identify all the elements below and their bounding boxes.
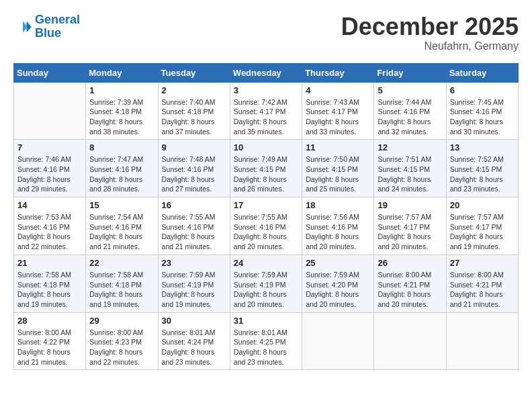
day-info: Sunrise: 7:40 AMSunset: 4:18 PMDaylight:… — [162, 97, 226, 137]
day-info: Sunrise: 7:46 AMSunset: 4:16 PMDaylight:… — [17, 154, 82, 194]
day-number: 2 — [162, 85, 226, 95]
calendar-cell — [302, 312, 374, 370]
day-number: 17 — [234, 200, 298, 210]
day-number: 1 — [89, 85, 154, 95]
weekday-header-thursday: Thursday — [302, 63, 374, 82]
day-info: Sunrise: 7:47 AMSunset: 4:16 PMDaylight:… — [89, 154, 154, 194]
day-number: 19 — [378, 200, 442, 210]
calendar-cell: 30Sunrise: 8:01 AMSunset: 4:24 PMDayligh… — [158, 312, 230, 370]
day-info: Sunrise: 8:00 AMSunset: 4:23 PMDaylight:… — [89, 328, 154, 367]
weekday-header-monday: Monday — [86, 63, 158, 82]
calendar-cell: 15Sunrise: 7:54 AMSunset: 4:16 PMDayligh… — [86, 197, 158, 255]
calendar-cell: 6Sunrise: 7:45 AMSunset: 4:16 PMDaylight… — [446, 82, 518, 140]
day-info: Sunrise: 8:01 AMSunset: 4:25 PMDaylight:… — [234, 328, 298, 367]
location: Neufahrn, Germany — [341, 40, 519, 52]
calendar-cell: 4Sunrise: 7:43 AMSunset: 4:17 PMDaylight… — [302, 82, 374, 140]
calendar-cell: 1Sunrise: 7:39 AMSunset: 4:18 PMDaylight… — [86, 82, 158, 140]
day-number: 7 — [17, 142, 82, 152]
weekday-header-wednesday: Wednesday — [230, 63, 302, 82]
day-info: Sunrise: 7:43 AMSunset: 4:17 PMDaylight:… — [306, 97, 370, 137]
day-number: 13 — [450, 142, 515, 152]
day-number: 8 — [89, 142, 154, 152]
day-number: 12 — [378, 142, 442, 152]
calendar-cell: 24Sunrise: 7:59 AMSunset: 4:19 PMDayligh… — [230, 255, 302, 312]
logo-text: General Blue — [35, 13, 80, 40]
calendar-cell: 19Sunrise: 7:57 AMSunset: 4:17 PMDayligh… — [374, 197, 446, 255]
calendar-cell: 3Sunrise: 7:42 AMSunset: 4:17 PMDaylight… — [230, 82, 302, 140]
calendar-cell: 10Sunrise: 7:49 AMSunset: 4:15 PMDayligh… — [230, 140, 302, 197]
logo-icon — [13, 17, 32, 36]
day-info: Sunrise: 7:49 AMSunset: 4:15 PMDaylight:… — [234, 154, 298, 194]
day-info: Sunrise: 7:54 AMSunset: 4:16 PMDaylight:… — [89, 212, 154, 252]
calendar-cell: 31Sunrise: 8:01 AMSunset: 4:25 PMDayligh… — [230, 312, 302, 370]
calendar-cell: 5Sunrise: 7:44 AMSunset: 4:16 PMDaylight… — [374, 82, 446, 140]
day-number: 3 — [234, 85, 298, 95]
calendar-cell: 18Sunrise: 7:56 AMSunset: 4:16 PMDayligh… — [302, 197, 374, 255]
day-number: 29 — [89, 316, 154, 326]
day-info: Sunrise: 7:48 AMSunset: 4:16 PMDaylight:… — [162, 154, 226, 194]
weekday-header-row: SundayMondayTuesdayWednesdayThursdayFrid… — [14, 63, 519, 82]
day-info: Sunrise: 7:55 AMSunset: 4:16 PMDaylight:… — [162, 212, 226, 252]
week-row-3: 14Sunrise: 7:53 AMSunset: 4:16 PMDayligh… — [14, 197, 519, 255]
day-info: Sunrise: 7:59 AMSunset: 4:19 PMDaylight:… — [162, 270, 226, 310]
day-info: Sunrise: 7:42 AMSunset: 4:17 PMDaylight:… — [234, 97, 298, 137]
calendar-cell: 20Sunrise: 7:57 AMSunset: 4:17 PMDayligh… — [446, 197, 518, 255]
day-number: 14 — [17, 200, 82, 210]
calendar-cell: 7Sunrise: 7:46 AMSunset: 4:16 PMDaylight… — [14, 140, 86, 197]
calendar-cell: 29Sunrise: 8:00 AMSunset: 4:23 PMDayligh… — [86, 312, 158, 370]
title-area: December 2025 Neufahrn, Germany — [341, 13, 519, 52]
day-number: 24 — [234, 258, 298, 268]
day-info: Sunrise: 7:39 AMSunset: 4:18 PMDaylight:… — [89, 97, 154, 137]
calendar-cell — [14, 82, 86, 140]
day-info: Sunrise: 7:57 AMSunset: 4:17 PMDaylight:… — [378, 212, 442, 252]
weekday-header-saturday: Saturday — [446, 63, 518, 82]
day-info: Sunrise: 7:58 AMSunset: 4:18 PMDaylight:… — [89, 270, 154, 310]
day-number: 28 — [17, 316, 82, 326]
day-info: Sunrise: 8:00 AMSunset: 4:22 PMDaylight:… — [17, 328, 82, 367]
day-number: 4 — [306, 85, 370, 95]
week-row-2: 7Sunrise: 7:46 AMSunset: 4:16 PMDaylight… — [14, 140, 519, 197]
day-number: 10 — [234, 142, 298, 152]
header: General Blue December 2025 Neufahrn, Ger… — [13, 13, 519, 52]
day-info: Sunrise: 7:44 AMSunset: 4:16 PMDaylight:… — [378, 97, 442, 137]
day-info: Sunrise: 7:59 AMSunset: 4:19 PMDaylight:… — [234, 270, 298, 310]
calendar-cell: 16Sunrise: 7:55 AMSunset: 4:16 PMDayligh… — [158, 197, 230, 255]
day-number: 15 — [89, 200, 154, 210]
day-number: 6 — [450, 85, 515, 95]
calendar-cell: 25Sunrise: 7:59 AMSunset: 4:20 PMDayligh… — [302, 255, 374, 312]
day-number: 9 — [162, 142, 226, 152]
calendar-cell: 26Sunrise: 8:00 AMSunset: 4:21 PMDayligh… — [374, 255, 446, 312]
calendar-cell: 12Sunrise: 7:51 AMSunset: 4:15 PMDayligh… — [374, 140, 446, 197]
calendar-cell: 28Sunrise: 8:00 AMSunset: 4:22 PMDayligh… — [14, 312, 86, 370]
day-info: Sunrise: 7:58 AMSunset: 4:18 PMDaylight:… — [17, 270, 82, 310]
day-info: Sunrise: 7:45 AMSunset: 4:16 PMDaylight:… — [450, 97, 515, 137]
calendar-cell: 21Sunrise: 7:58 AMSunset: 4:18 PMDayligh… — [14, 255, 86, 312]
calendar-cell — [374, 312, 446, 370]
day-number: 20 — [450, 200, 515, 210]
day-number: 16 — [162, 200, 226, 210]
logo-blue: Blue — [35, 26, 61, 40]
day-number: 5 — [378, 85, 442, 95]
day-number: 22 — [89, 258, 154, 268]
week-row-1: 1Sunrise: 7:39 AMSunset: 4:18 PMDaylight… — [14, 82, 519, 140]
calendar-cell: 8Sunrise: 7:47 AMSunset: 4:16 PMDaylight… — [86, 140, 158, 197]
day-number: 18 — [306, 200, 370, 210]
day-info: Sunrise: 8:01 AMSunset: 4:24 PMDaylight:… — [162, 328, 226, 367]
day-number: 27 — [450, 258, 515, 268]
day-info: Sunrise: 7:50 AMSunset: 4:15 PMDaylight:… — [306, 154, 370, 194]
calendar-cell: 14Sunrise: 7:53 AMSunset: 4:16 PMDayligh… — [14, 197, 86, 255]
day-number: 25 — [306, 258, 370, 268]
calendar-cell — [446, 312, 518, 370]
day-number: 11 — [306, 142, 370, 152]
day-info: Sunrise: 7:53 AMSunset: 4:16 PMDaylight:… — [17, 212, 82, 252]
calendar-table: SundayMondayTuesdayWednesdayThursdayFrid… — [13, 63, 519, 371]
calendar-cell: 22Sunrise: 7:58 AMSunset: 4:18 PMDayligh… — [86, 255, 158, 312]
day-info: Sunrise: 7:51 AMSunset: 4:15 PMDaylight:… — [378, 154, 442, 194]
day-info: Sunrise: 7:59 AMSunset: 4:20 PMDaylight:… — [306, 270, 370, 310]
calendar-cell: 2Sunrise: 7:40 AMSunset: 4:18 PMDaylight… — [158, 82, 230, 140]
week-row-4: 21Sunrise: 7:58 AMSunset: 4:18 PMDayligh… — [14, 255, 519, 312]
day-number: 30 — [162, 316, 226, 326]
day-info: Sunrise: 8:00 AMSunset: 4:21 PMDaylight:… — [378, 270, 442, 310]
calendar-cell: 23Sunrise: 7:59 AMSunset: 4:19 PMDayligh… — [158, 255, 230, 312]
weekday-header-tuesday: Tuesday — [158, 63, 230, 82]
